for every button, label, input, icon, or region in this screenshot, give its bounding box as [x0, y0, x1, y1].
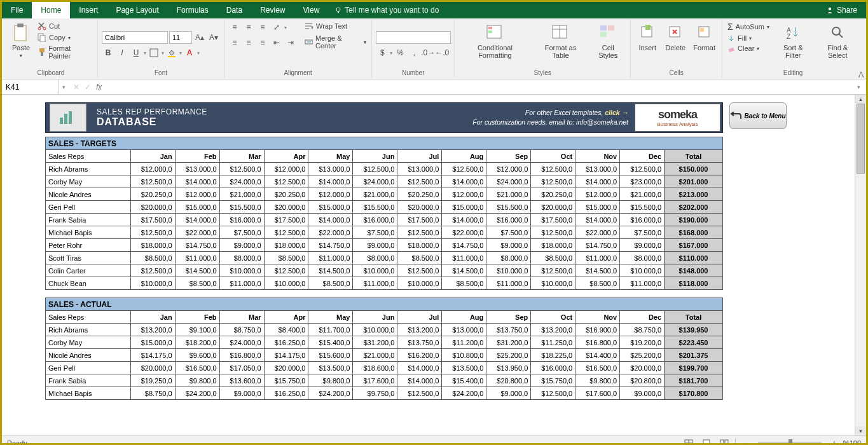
value-cell[interactable]: $13.750,0 — [486, 324, 531, 336]
value-cell[interactable]: $7.500,0 — [353, 226, 397, 239]
value-cell[interactable]: $12.500,0 — [397, 387, 442, 400]
value-cell[interactable]: $12.000,0 — [264, 163, 308, 175]
value-cell[interactable]: $19.200,0 — [620, 336, 665, 349]
zoom-slider[interactable] — [758, 442, 822, 444]
value-cell[interactable]: $14.000,0 — [175, 214, 219, 226]
rep-name-cell[interactable]: Geri Pell — [46, 201, 131, 214]
page-break-view-button[interactable] — [717, 437, 731, 446]
value-cell[interactable]: $16.800,0 — [219, 349, 264, 362]
font-size-select[interactable]: 11 — [169, 31, 192, 44]
value-cell[interactable]: $15.500,0 — [486, 201, 531, 214]
value-cell[interactable]: $13.000,0 — [575, 163, 620, 175]
total-cell[interactable]: $201.375 — [665, 349, 723, 362]
value-cell[interactable]: $20.250,0 — [264, 188, 308, 201]
value-cell[interactable]: $12.500,0 — [531, 175, 575, 188]
value-cell[interactable]: $12.500,0 — [397, 175, 442, 188]
find-select-button[interactable]: Find & Select — [816, 21, 860, 60]
value-cell[interactable]: $31.200,0 — [353, 336, 397, 349]
value-cell[interactable]: $11.000,0 — [486, 277, 531, 290]
value-cell[interactable]: $13.600,0 — [219, 374, 264, 387]
rep-name-cell[interactable]: Colin Carter — [46, 264, 131, 277]
value-cell[interactable]: $12.500,0 — [130, 175, 175, 188]
value-cell[interactable]: $13.950,0 — [486, 362, 531, 374]
total-cell[interactable]: $181.700 — [665, 374, 723, 387]
value-cell[interactable]: $12.500,0 — [531, 163, 575, 175]
value-cell[interactable]: $11.700,0 — [308, 324, 353, 336]
value-cell[interactable]: $15.500,0 — [620, 201, 665, 214]
value-cell[interactable]: $8.500,0 — [442, 277, 486, 290]
comma-button[interactable]: , — [408, 46, 420, 59]
value-cell[interactable]: $12.500,0 — [219, 163, 264, 175]
value-cell[interactable]: $22.000,0 — [575, 226, 620, 239]
total-cell[interactable]: $202.000 — [665, 201, 723, 214]
rep-name-cell[interactable]: Nicole Andres — [46, 349, 131, 362]
format-cells-button[interactable]: Format — [691, 21, 718, 53]
vertical-scrollbar[interactable]: ▲ ▼ — [855, 95, 866, 435]
total-cell[interactable]: $167.000 — [665, 239, 723, 252]
font-name-select[interactable]: Calibri — [102, 31, 168, 44]
value-cell[interactable]: $7.500,0 — [219, 226, 264, 239]
sort-filter-button[interactable]: AZSort & Filter — [773, 21, 813, 60]
value-cell[interactable]: $16.000,0 — [486, 214, 531, 226]
paste-button[interactable]: Paste▾ — [8, 21, 34, 60]
value-cell[interactable]: $12.500,0 — [397, 264, 442, 277]
value-cell[interactable]: $11.250,0 — [531, 336, 575, 349]
value-cell[interactable]: $15.750,0 — [264, 374, 308, 387]
value-cell[interactable]: $16.900,0 — [575, 324, 620, 336]
value-cell[interactable]: $12.500,0 — [130, 264, 175, 277]
wrap-text-button[interactable]: Wrap Text — [303, 21, 368, 31]
value-cell[interactable]: $13.000,0 — [397, 163, 442, 175]
value-cell[interactable]: $17.600,0 — [353, 374, 397, 387]
value-cell[interactable]: $18.200,0 — [175, 336, 219, 349]
total-cell[interactable]: $150.000 — [665, 163, 723, 175]
table-row[interactable]: Geri Pell$20.000,0$15.000,0$15.500,0$20.… — [46, 201, 723, 214]
value-cell[interactable]: $12.500,0 — [264, 226, 308, 239]
conditional-formatting-button[interactable]: Conditional Formatting — [458, 21, 531, 60]
scroll-thumb[interactable] — [857, 104, 865, 174]
value-cell[interactable]: $20.000,0 — [620, 362, 665, 374]
collapse-ribbon-button[interactable]: ⋀ — [858, 71, 864, 78]
scroll-up-button[interactable]: ▲ — [855, 95, 866, 104]
value-cell[interactable]: $15.750,0 — [531, 374, 575, 387]
value-cell[interactable]: $10.000,0 — [130, 277, 175, 290]
tab-insert[interactable]: Insert — [70, 2, 107, 18]
enter-formula-icon[interactable]: ✓ — [85, 83, 91, 92]
tab-formulas[interactable]: Formulas — [168, 2, 217, 18]
table-row[interactable]: Michael Bapis$8.750,0$24.200,0$9.000,0$1… — [46, 387, 723, 400]
currency-button[interactable]: $ — [376, 46, 389, 59]
value-cell[interactable]: $16.250,0 — [264, 387, 308, 400]
value-cell[interactable]: $15.000,0 — [130, 336, 175, 349]
value-cell[interactable]: $14.500,0 — [308, 264, 353, 277]
value-cell[interactable]: $7.500,0 — [620, 226, 665, 239]
table-row[interactable]: Corby May$12.500,0$14.000,0$24.000,0$12.… — [46, 175, 723, 188]
total-cell[interactable]: $201.000 — [665, 175, 723, 188]
value-cell[interactable]: $14.400,0 — [575, 349, 620, 362]
value-cell[interactable]: $10.000,0 — [620, 264, 665, 277]
value-cell[interactable]: $11.000,0 — [575, 252, 620, 264]
align-right-button[interactable]: ≡ — [256, 36, 269, 49]
value-cell[interactable]: $11.000,0 — [219, 277, 264, 290]
align-top-button[interactable]: ≡ — [228, 21, 241, 34]
table-row[interactable]: Rich Abrams$13.200,0$9.100,0$8.750,0$8.4… — [46, 324, 723, 336]
tab-file[interactable]: File — [2, 2, 32, 18]
rep-name-cell[interactable]: Scott Tiras — [46, 252, 131, 264]
value-cell[interactable]: $24.200,0 — [308, 387, 353, 400]
value-cell[interactable]: $13.500,0 — [308, 362, 353, 374]
rep-name-cell[interactable]: Chuck Bean — [46, 277, 131, 290]
value-cell[interactable]: $24.000,0 — [353, 175, 397, 188]
value-cell[interactable]: $14.000,0 — [442, 214, 486, 226]
copy-button[interactable]: Copy ▾ — [36, 32, 93, 43]
actual-table[interactable]: SALES - ACTUAL Sales RepsJanFebMarAprMay… — [45, 298, 723, 400]
value-cell[interactable]: $11.000,0 — [620, 277, 665, 290]
zoom-out-button[interactable]: − — [740, 438, 750, 446]
share-button[interactable]: Share — [817, 2, 866, 18]
value-cell[interactable]: $20.250,0 — [531, 188, 575, 201]
value-cell[interactable]: $14.000,0 — [442, 175, 486, 188]
zoom-level[interactable]: %100 — [843, 439, 861, 446]
rep-name-cell[interactable]: Corby May — [46, 336, 131, 349]
rep-name-cell[interactable]: Peter Rohr — [46, 239, 131, 252]
table-row[interactable]: Peter Rohr$18.000,0$14.750,0$9.000,0$18.… — [46, 239, 723, 252]
number-format-select[interactable] — [376, 31, 451, 44]
value-cell[interactable]: $12.000,0 — [575, 188, 620, 201]
value-cell[interactable]: $8.500,0 — [130, 252, 175, 264]
